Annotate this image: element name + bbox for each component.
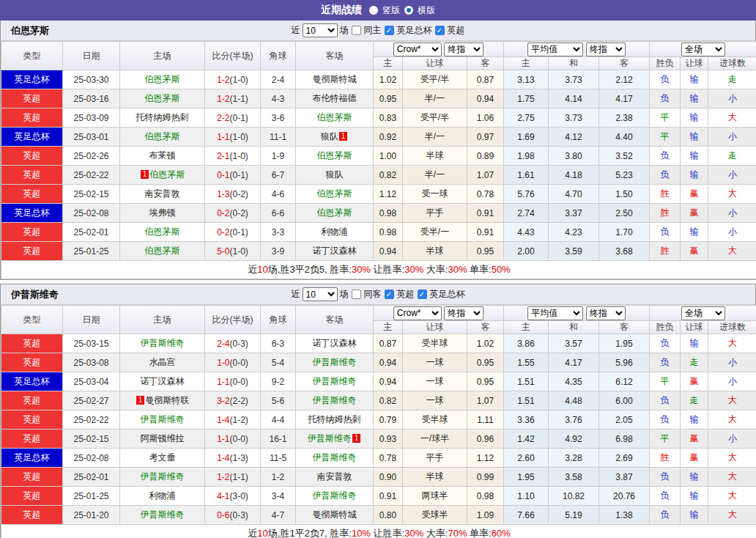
team-name[interactable]: 托特纳姆热刺: [136, 112, 189, 122]
sub-header-6: 胜负: [650, 57, 681, 70]
crow-header-group: Crow* 终指: [374, 42, 504, 57]
team-name[interactable]: 伯恩茅斯: [145, 93, 180, 103]
near-label: 近: [292, 24, 300, 37]
filter-checkbox-1[interactable]: ✓: [385, 290, 394, 299]
match-date: 25-01-25: [63, 487, 120, 506]
halftime-score: (1-1): [230, 94, 248, 104]
col-header-2: 主场: [120, 306, 205, 334]
fulltime-select[interactable]: 全场: [681, 43, 725, 56]
team-name[interactable]: 南安普敦: [317, 471, 352, 482]
team-name[interactable]: 托特纳姆热刺: [308, 414, 361, 424]
team-name[interactable]: 利物浦: [149, 490, 176, 501]
avg-draw-odds: 4.14: [549, 89, 599, 108]
match-count-select[interactable]: 10: [303, 287, 338, 301]
team-name[interactable]: 伊普斯维奇: [313, 357, 357, 367]
team-name[interactable]: 伊普斯维奇: [313, 452, 357, 463]
competition-badge: 英超: [1, 334, 63, 353]
result-handicap: 赢: [681, 449, 708, 468]
filter-checkbox-2[interactable]: ✓: [435, 26, 445, 35]
team-name[interactable]: 伊普斯维奇: [308, 433, 352, 443]
handicap-away-odds: 0.98: [467, 487, 504, 506]
fulltime-score: 3-2: [217, 396, 229, 406]
sub-header-0: 主: [374, 321, 403, 334]
filter-checkbox-0[interactable]: [352, 290, 361, 299]
final-odds-select-2[interactable]: 终指: [586, 306, 626, 320]
team-name[interactable]: 布伦特福德: [313, 93, 357, 103]
match-row: 英足总杯25-02-08埃弗顿0-2(0-2)6-6伯恩茅斯0.98平手0.91…: [1, 204, 756, 223]
score-cell: 4-1(3-0): [205, 487, 261, 506]
final-odds-select[interactable]: 终指: [444, 43, 483, 56]
filter-checkbox-1[interactable]: ✓: [385, 26, 394, 35]
handicap-home-odds: 0.93: [374, 430, 403, 449]
team-name[interactable]: 伊普斯维奇: [141, 414, 185, 424]
team-name[interactable]: 伊普斯维奇: [313, 376, 357, 386]
team-name[interactable]: 诺丁汉森林: [313, 246, 357, 256]
filter-checkbox-label-1[interactable]: 英足总杯: [397, 24, 432, 37]
team-name[interactable]: 伯恩茅斯: [145, 74, 180, 84]
team-header-row: 伯恩茅斯近10场同主✓英足总杯✓英超: [1, 21, 755, 41]
layout-radio-group: 竖版 横版: [369, 4, 435, 17]
crow-select[interactable]: Crow*: [393, 306, 442, 320]
result-wdl: 负: [650, 89, 681, 108]
result-wdl: 平: [650, 128, 681, 147]
away-team-cell: 伊普斯维奇: [296, 487, 374, 506]
filter-checkbox-label-0[interactable]: 同主: [364, 24, 382, 37]
avg-home-odds: 2.75: [504, 108, 549, 128]
team-name[interactable]: 伊普斯维奇: [141, 338, 185, 348]
filter-checkbox-label-1[interactable]: 英超: [397, 288, 415, 301]
handicap-home-odds: 0.80: [374, 506, 403, 525]
team-name[interactable]: 伯恩茅斯: [145, 131, 180, 141]
team-name[interactable]: 阿斯顿维拉: [141, 433, 185, 443]
average-select[interactable]: 平均值: [527, 43, 583, 56]
team-name[interactable]: 曼彻斯特城: [313, 74, 357, 84]
team-name[interactable]: 伯恩茅斯: [317, 188, 352, 199]
team-name[interactable]: 伊普斯维奇: [313, 490, 357, 501]
radio-vertical[interactable]: [369, 6, 378, 15]
match-count-select[interactable]: 10: [303, 23, 338, 37]
team-name[interactable]: 伯恩茅斯: [149, 169, 185, 180]
team-name[interactable]: 诺丁汉森林: [141, 376, 185, 386]
handicap-line: 一球: [403, 372, 467, 391]
avg-away-odds: 6.12: [599, 372, 650, 391]
team-name[interactable]: 伯恩茅斯: [317, 112, 352, 122]
radio-horizontal[interactable]: [404, 6, 413, 15]
radio-vertical-label[interactable]: 竖版: [382, 4, 400, 17]
team-name[interactable]: 水晶宫: [149, 357, 176, 367]
team-name[interactable]: 利物浦: [322, 226, 348, 237]
team-name[interactable]: 狼队: [321, 131, 338, 141]
filter-checkbox-label-2[interactable]: 英足总杯: [430, 288, 465, 301]
red-card-badge: 1: [141, 170, 149, 179]
filter-checkbox-0[interactable]: [352, 26, 361, 35]
team-name[interactable]: 狼队: [326, 169, 344, 180]
halftime-score: (1-0): [230, 246, 248, 257]
fulltime-select[interactable]: 全场: [681, 306, 725, 320]
final-odds-select[interactable]: 终指: [444, 306, 483, 320]
team-name[interactable]: 曼彻斯特城: [313, 509, 357, 520]
filter-checkbox-label-2[interactable]: 英超: [448, 24, 465, 37]
team-name[interactable]: 伯恩茅斯: [145, 226, 180, 237]
team-name[interactable]: 伯恩茅斯: [145, 246, 180, 256]
team-name[interactable]: 伊普斯维奇: [313, 395, 357, 405]
average-select[interactable]: 平均值: [527, 306, 583, 320]
filter-checkbox-label-0[interactable]: 同客: [364, 288, 382, 301]
handicap-away-odds: 0.95: [467, 372, 504, 391]
handicap-away-odds: 0.87: [467, 70, 504, 89]
radio-horizontal-label[interactable]: 横版: [418, 4, 435, 17]
team-name[interactable]: 曼彻斯特联: [145, 395, 189, 405]
team-name[interactable]: 布莱顿: [149, 150, 176, 161]
match-date: 25-03-08: [63, 353, 120, 372]
filter-checkbox-2[interactable]: ✓: [418, 290, 427, 299]
handicap-home-odds: 0.82: [374, 391, 403, 410]
team-name[interactable]: 考文垂: [149, 452, 176, 463]
team-name[interactable]: 南安普敦: [145, 188, 180, 199]
team-name[interactable]: 伊普斯维奇: [141, 471, 185, 482]
team-name[interactable]: 伯恩茅斯: [317, 207, 352, 218]
team-name[interactable]: 诺丁汉森林: [313, 338, 357, 348]
team-name[interactable]: 伯恩茅斯: [317, 150, 352, 161]
team-name[interactable]: 埃弗顿: [149, 207, 176, 218]
crow-select[interactable]: Crow*: [393, 43, 442, 56]
team-name[interactable]: 伊普斯维奇: [141, 509, 185, 520]
sub-header-1: 让球: [403, 57, 467, 70]
fulltime-header-group: 全场: [650, 42, 756, 57]
final-odds-select-2[interactable]: 终指: [586, 43, 626, 56]
